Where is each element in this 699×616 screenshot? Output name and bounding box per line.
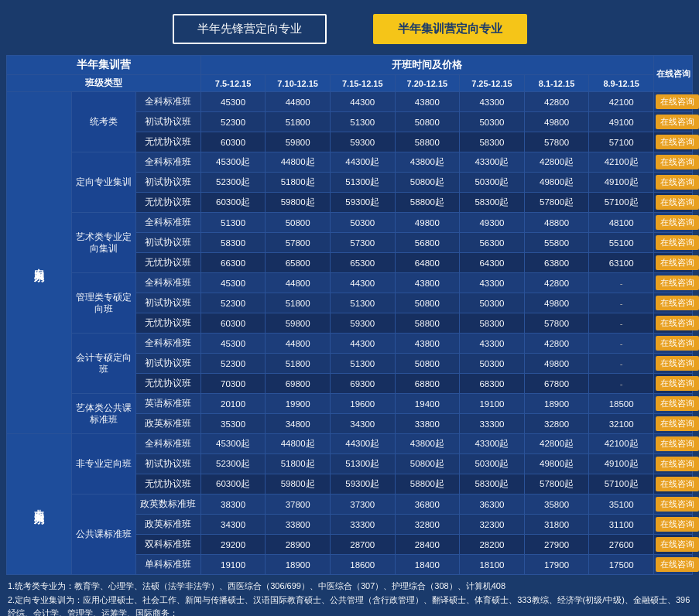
time-col-2: 7.10-12.15 [266, 75, 331, 92]
price-cell: 56800 [395, 233, 460, 253]
consult-cell: 在线咨询 [654, 394, 693, 414]
price-cell: 17900 [524, 555, 589, 575]
consult-button[interactable]: 在线咨询 [656, 94, 699, 109]
price-cell: 18500 [589, 394, 654, 414]
consult-cell: 在线咨询 [654, 555, 693, 575]
price-cell: 58300起 [460, 474, 525, 495]
price-cell: 51800起 [266, 173, 331, 193]
price-cell: 51800 [266, 293, 331, 313]
table-title-cell: 半年集训营 [7, 56, 201, 75]
price-cell: 49800 [524, 293, 589, 313]
consult-button[interactable]: 在线咨询 [656, 416, 699, 431]
class-name-cell: 全科标准班 [136, 334, 201, 354]
consult-button[interactable]: 在线咨询 [656, 436, 699, 451]
training-camp-button[interactable]: 半年集训营定向专业 [373, 14, 527, 44]
price-cell: 49800起 [524, 173, 589, 193]
consult-button[interactable]: 在线咨询 [656, 115, 699, 129]
price-cell: 44300 [330, 273, 395, 293]
price-cell: 43300 [460, 273, 525, 293]
price-cell: 43800起 [395, 152, 460, 173]
price-cell: 59800 [266, 313, 331, 334]
consult-button[interactable]: 在线咨询 [656, 537, 699, 552]
price-cell: 43800 [395, 334, 460, 354]
consult-button[interactable]: 在线咨询 [656, 517, 699, 532]
consult-button[interactable]: 在线咨询 [656, 195, 699, 210]
price-cell: 42800 [524, 92, 589, 112]
price-cell: 36800 [395, 495, 460, 515]
consult-button[interactable]: 在线咨询 [656, 135, 699, 149]
consult-button[interactable]: 在线咨询 [656, 255, 699, 270]
consult-cell: 在线咨询 [654, 313, 693, 334]
price-cell: 33300 [330, 515, 395, 535]
pioneer-camp-button[interactable]: 半年先锋营定向专业 [173, 14, 327, 44]
price-cell: 19900 [266, 394, 331, 414]
table-row: 非定向系列非专业定向班全科标准班45300起44800起44300起43800起… [7, 434, 693, 454]
consult-cell: 在线咨询 [654, 535, 693, 555]
price-cell: 43800起 [395, 434, 460, 454]
table-row: 管理类专硕定向班全科标准班453004480044300438004330042… [7, 273, 693, 293]
table-row: 公共课标准班政英数标准班3830037800373003680036300358… [7, 495, 693, 515]
price-cell: 56300 [460, 233, 525, 253]
consult-button[interactable]: 在线咨询 [656, 477, 699, 491]
consult-button[interactable]: 在线咨询 [656, 296, 699, 310]
price-cell: 43800 [395, 92, 460, 112]
price-cell: 27900 [524, 535, 589, 555]
consult-button[interactable]: 在线咨询 [656, 356, 699, 371]
consult-button[interactable]: 在线咨询 [656, 497, 699, 512]
class-name-cell: 初试协议班 [136, 233, 201, 253]
consult-button[interactable]: 在线咨询 [656, 457, 699, 471]
price-cell: 50800 [395, 354, 460, 374]
group-name-cell: 管理类专硕定向班 [71, 273, 136, 334]
consult-button[interactable]: 在线咨询 [656, 396, 699, 411]
group-name-cell: 艺术类专业定向集训 [71, 213, 136, 273]
time-col-7: 8.9-12.15 [589, 75, 654, 92]
price-cell: 34300 [200, 515, 266, 535]
consult-button[interactable]: 在线咨询 [656, 155, 699, 169]
price-cell: 58800 [395, 132, 460, 152]
consult-button[interactable]: 在线咨询 [656, 215, 699, 230]
time-col-6: 8.1-12.15 [524, 75, 589, 92]
price-cell: 66300 [200, 253, 266, 273]
consult-button[interactable]: 在线咨询 [656, 275, 699, 290]
price-cell: 57100 [589, 132, 654, 152]
price-cell: 18900 [524, 394, 589, 414]
consult-cell: 在线咨询 [654, 173, 693, 193]
consult-button[interactable]: 在线咨询 [656, 316, 699, 330]
price-cell: 69300 [330, 374, 395, 394]
consult-button[interactable]: 在线咨询 [656, 376, 699, 391]
price-cell: 50300起 [460, 454, 525, 474]
price-cell: 34800 [266, 414, 331, 434]
price-cell: 51300起 [330, 173, 395, 193]
price-cell: 31800 [524, 515, 589, 535]
table-title: 半年集训营 [77, 58, 131, 70]
class-name-cell: 全科标准班 [136, 273, 201, 293]
group-name-cell: 会计专硕定向班 [71, 334, 136, 394]
consult-button[interactable]: 在线咨询 [656, 175, 699, 190]
price-cell: 42800 [524, 273, 589, 293]
price-cell: 43300 [460, 92, 525, 112]
price-cell: 45300 [200, 92, 266, 112]
consult-cell: 在线咨询 [654, 474, 693, 495]
price-cell: 60300起 [200, 193, 266, 213]
price-cell: 65300 [330, 253, 395, 273]
price-cell: 51300 [330, 293, 395, 313]
price-cell: 49100起 [589, 173, 654, 193]
price-cell: 57800 [524, 132, 589, 152]
price-cell: 44800 [266, 92, 331, 112]
price-cell: 27600 [589, 535, 654, 555]
price-cell: 45300 [200, 273, 266, 293]
price-cell: 51800起 [266, 454, 331, 474]
consult-cell: 在线咨询 [654, 414, 693, 434]
price-table: 半年集训营 开班时间及价格 在线咨询 班级类型 7.5-12.15 7.10-1… [6, 55, 693, 575]
consult-button[interactable]: 在线咨询 [656, 336, 699, 351]
price-cell: - [589, 354, 654, 374]
price-cell: - [589, 334, 654, 354]
price-cell: 42800起 [524, 152, 589, 173]
class-name-cell: 无忧协议班 [136, 193, 201, 213]
consult-button[interactable]: 在线咨询 [656, 235, 699, 250]
price-cell: 50800起 [395, 173, 460, 193]
price-cell: - [589, 273, 654, 293]
open-time-header: 开班时间及价格 [200, 56, 653, 75]
consult-button[interactable]: 在线咨询 [656, 557, 699, 572]
price-cell: 44300 [330, 334, 395, 354]
